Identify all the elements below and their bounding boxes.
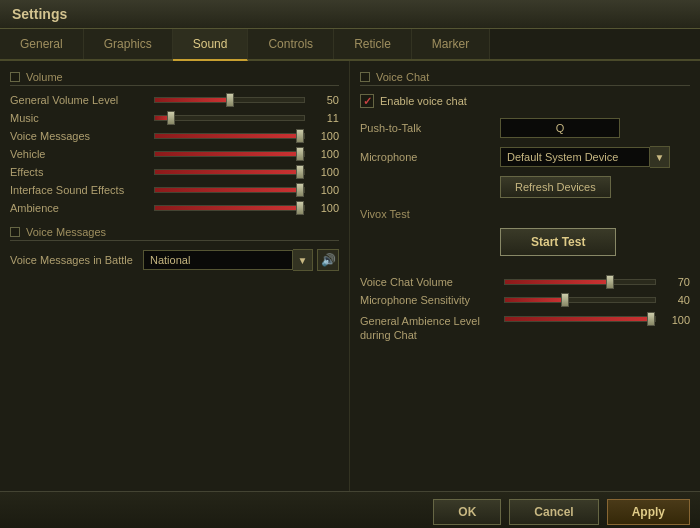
- tab-reticle[interactable]: Reticle: [334, 29, 412, 59]
- voice-chat-section-header: Voice Chat: [360, 71, 690, 86]
- cancel-button[interactable]: Cancel: [509, 499, 598, 525]
- microphone-select-row: Default System Device ▼: [500, 146, 670, 168]
- slider-thumb-voice-chat-volume[interactable]: [606, 275, 614, 289]
- slider-thumb-voice-messages[interactable]: [296, 129, 304, 143]
- enable-voice-chat-label: Enable voice chat: [380, 95, 467, 107]
- slider-value-music: 11: [309, 112, 339, 124]
- slider-label-voice-messages: Voice Messages: [10, 130, 150, 142]
- slider-label-interface-sound: Interface Sound Effects: [10, 184, 150, 196]
- slider-track-interface-sound[interactable]: [154, 187, 305, 193]
- tab-general[interactable]: General: [0, 29, 84, 59]
- start-test-button[interactable]: Start Test: [500, 228, 616, 256]
- voice-messages-select-row: National All None ▼ 🔊: [143, 249, 339, 271]
- slider-value-microphone-sensitivity: 40: [660, 294, 690, 306]
- slider-thumb-ambience[interactable]: [296, 201, 304, 215]
- voice-messages-section-header: Voice Messages: [10, 226, 339, 241]
- slider-row-effects: Effects 100: [10, 166, 339, 178]
- slider-value-general-ambience: 100: [660, 314, 690, 326]
- slider-label-ambience: Ambience: [10, 202, 150, 214]
- refresh-devices-button[interactable]: Refresh Devices: [500, 176, 611, 198]
- microphone-label: Microphone: [360, 151, 500, 163]
- window-title: Settings: [12, 6, 67, 22]
- slider-track-ambience[interactable]: [154, 205, 305, 211]
- slider-value-general-volume: 50: [309, 94, 339, 106]
- slider-fill-ambience: [155, 206, 304, 210]
- slider-label-effects: Effects: [10, 166, 150, 178]
- refresh-devices-container: Refresh Devices: [360, 176, 690, 198]
- slider-track-general-volume[interactable]: [154, 97, 305, 103]
- slider-track-voice-messages[interactable]: [154, 133, 305, 139]
- slider-thumb-general-ambience[interactable]: [647, 312, 655, 326]
- slider-thumb-microphone-sensitivity[interactable]: [561, 293, 569, 307]
- slider-label-vehicle: Vehicle: [10, 148, 150, 160]
- slider-track-voice-chat-volume[interactable]: [504, 279, 656, 285]
- slider-row-vehicle: Vehicle 100: [10, 148, 339, 160]
- slider-row-interface-sound: Interface Sound Effects 100: [10, 184, 339, 196]
- tab-sound[interactable]: Sound: [173, 29, 249, 61]
- tab-graphics[interactable]: Graphics: [84, 29, 173, 59]
- right-panel: Voice Chat Enable voice chat Push-to-Tal…: [350, 61, 700, 491]
- slider-thumb-general-volume[interactable]: [226, 93, 234, 107]
- slider-fill-effects: [155, 170, 304, 174]
- slider-thumb-effects[interactable]: [296, 165, 304, 179]
- slider-track-vehicle[interactable]: [154, 151, 305, 157]
- slider-fill-voice-chat-volume: [505, 280, 610, 284]
- slider-thumb-interface-sound[interactable]: [296, 183, 304, 197]
- slider-thumb-music[interactable]: [167, 111, 175, 125]
- tab-marker[interactable]: Marker: [412, 29, 490, 59]
- slider-label-general-volume: General Volume Level: [10, 94, 150, 106]
- ok-button[interactable]: OK: [433, 499, 501, 525]
- voice-messages-in-battle-row: Voice Messages in Battle National All No…: [10, 249, 339, 271]
- voice-messages-section: Voice Messages Voice Messages in Battle …: [10, 226, 339, 271]
- slider-track-music[interactable]: [154, 115, 305, 121]
- enable-voice-chat-row[interactable]: Enable voice chat: [360, 94, 690, 108]
- microphone-select[interactable]: Default System Device: [500, 147, 650, 167]
- volume-section-header: Volume: [10, 71, 339, 86]
- speaker-button[interactable]: 🔊: [317, 249, 339, 271]
- slider-label-voice-chat-volume: Voice Chat Volume: [360, 276, 500, 288]
- dropdown-arrow-icon[interactable]: ▼: [293, 249, 313, 271]
- slider-fill-interface-sound: [155, 188, 304, 192]
- slider-value-ambience: 100: [309, 202, 339, 214]
- slider-fill-general-volume: [155, 98, 230, 102]
- microphone-row: Microphone Default System Device ▼: [360, 146, 690, 168]
- slider-value-interface-sound: 100: [309, 184, 339, 196]
- tab-bar: General Graphics Sound Controls Reticle …: [0, 29, 700, 61]
- slider-fill-vehicle: [155, 152, 304, 156]
- slider-row-voice-messages: Voice Messages 100: [10, 130, 339, 142]
- slider-track-microphone-sensitivity[interactable]: [504, 297, 656, 303]
- start-test-container: Start Test: [360, 228, 690, 266]
- slider-row-voice-chat-volume: Voice Chat Volume 70: [360, 276, 690, 288]
- bottom-bar: OK Cancel Apply: [0, 491, 700, 528]
- left-panel: Volume General Volume Level 50 Music 11 …: [0, 61, 350, 491]
- title-bar: Settings: [0, 0, 700, 29]
- main-content: Volume General Volume Level 50 Music 11 …: [0, 61, 700, 491]
- slider-value-voice-chat-volume: 70: [660, 276, 690, 288]
- slider-fill-microphone-sensitivity: [505, 298, 565, 302]
- slider-label-microphone-sensitivity: Microphone Sensitivity: [360, 294, 500, 306]
- slider-thumb-vehicle[interactable]: [296, 147, 304, 161]
- slider-label-music: Music: [10, 112, 150, 124]
- slider-value-effects: 100: [309, 166, 339, 178]
- slider-fill-voice-messages: [155, 134, 304, 138]
- slider-label-general-ambience: General Ambience Level during Chat: [360, 312, 500, 343]
- push-to-talk-row: Push-to-Talk: [360, 118, 690, 138]
- slider-track-effects[interactable]: [154, 169, 305, 175]
- push-to-talk-label: Push-to-Talk: [360, 122, 500, 134]
- push-to-talk-input[interactable]: [500, 118, 620, 138]
- slider-value-vehicle: 100: [309, 148, 339, 160]
- slider-value-voice-messages: 100: [309, 130, 339, 142]
- slider-fill-general-ambience: [505, 317, 655, 321]
- slider-row-music: Music 11: [10, 112, 339, 124]
- slider-row-ambience: Ambience 100: [10, 202, 339, 214]
- tab-controls[interactable]: Controls: [248, 29, 334, 59]
- apply-button[interactable]: Apply: [607, 499, 690, 525]
- voice-messages-select[interactable]: National All None: [143, 250, 293, 270]
- microphone-dropdown-arrow-icon[interactable]: ▼: [650, 146, 670, 168]
- slider-row-microphone-sensitivity: Microphone Sensitivity 40: [360, 294, 690, 306]
- vivox-test-header: Vivox Test: [360, 208, 690, 220]
- voice-messages-in-battle-label: Voice Messages in Battle: [10, 254, 143, 266]
- slider-row-general-volume: General Volume Level 50: [10, 94, 339, 106]
- slider-track-general-ambience[interactable]: [504, 316, 656, 322]
- enable-voice-chat-checkbox[interactable]: [360, 94, 374, 108]
